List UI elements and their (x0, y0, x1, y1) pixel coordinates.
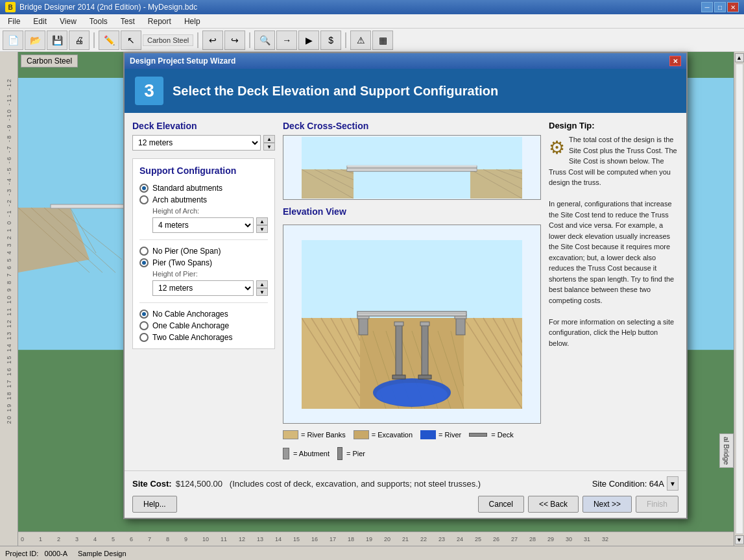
cross-section-area: Deck Cross-Section (283, 121, 541, 200)
save-button[interactable]: 💾 (47, 30, 67, 50)
menu-edit[interactable]: Edit (28, 16, 52, 27)
wizard-step-header: 3 Select the Deck Elevation and Support … (125, 69, 686, 113)
standard-abutment-radio[interactable]: Standard abutments (139, 184, 268, 193)
pier-height-down[interactable]: ▼ (256, 288, 268, 296)
print-button[interactable]: 🖨 (69, 30, 90, 50)
scrollbar-right[interactable]: ▲ ▼ (734, 52, 744, 546)
svg-rect-50 (359, 317, 368, 335)
arch-height-spinner[interactable]: ▲ ▼ (256, 217, 268, 233)
two-cable-label: Two Cable Anchorages (152, 333, 232, 342)
status-button[interactable]: ⚠ (350, 30, 371, 50)
step-title: Select the Deck Elevation and Support Co… (173, 84, 498, 99)
wizard-body: Deck Elevation 12 meters ▲ ▼ Support Con… (125, 113, 686, 470)
close-button[interactable]: ✕ (727, 2, 739, 12)
cancel-button[interactable]: Cancel (478, 496, 524, 513)
menu-tools[interactable]: Tools (84, 16, 113, 27)
finish-button[interactable]: Finish (636, 496, 678, 513)
footer-right-buttons: Cancel << Back Next >> Finish (478, 496, 678, 513)
two-cable-radio[interactable]: Two Cable Anchorages (139, 333, 268, 342)
project-id-label: Project ID: (5, 550, 38, 557)
cost-button[interactable]: $ (320, 30, 341, 50)
pier-height-up[interactable]: ▲ (256, 280, 268, 288)
menu-test[interactable]: Test (115, 16, 140, 27)
site-cost-note: (Includes cost of deck, excavation, and … (230, 479, 481, 489)
new-button[interactable]: 📄 (3, 30, 23, 50)
abutment-swatch (283, 448, 289, 459)
arch-height-row: 4 meters ▲ ▼ (152, 217, 268, 233)
one-cable-radio[interactable]: One Cable Anchorage (139, 321, 268, 330)
redo-button[interactable]: ↪ (224, 30, 245, 50)
legend-pier: = Pier (337, 447, 365, 460)
menu-view[interactable]: View (54, 16, 82, 27)
svg-rect-23 (347, 169, 477, 171)
deck-elevation-spinner[interactable]: ▲ ▼ (263, 135, 275, 151)
separator-3 (249, 32, 250, 48)
undo-button[interactable]: ↩ (202, 30, 223, 50)
menu-help[interactable]: Help (179, 16, 206, 27)
back-button[interactable]: << Back (528, 496, 579, 513)
help-button[interactable]: Help... (132, 496, 177, 513)
middle-panel: Deck Cross-Section (283, 121, 541, 463)
separator-4 (345, 32, 346, 48)
divider-2 (139, 302, 268, 303)
draw-button[interactable]: ✏️ (99, 30, 119, 50)
arch-abutment-dot (139, 195, 149, 204)
pier-label: Pier (Two Spans) (152, 258, 212, 267)
river-label: = River (438, 431, 461, 439)
app-icon: B (5, 2, 16, 12)
arch-height-down[interactable]: ▼ (256, 225, 268, 233)
wizard-footer: Site Cost: $124,500.00 (Includes cost of… (125, 470, 686, 518)
deck-elevation-title: Deck Elevation (132, 121, 275, 131)
abutment-radio-group: Standard abutments Arch abutments Height… (139, 184, 268, 233)
grid-button[interactable]: ▦ (372, 30, 393, 50)
svg-rect-56 (396, 324, 402, 376)
design-tip-para-3: For more information on selecting a site… (549, 318, 674, 347)
no-pier-label: No Pier (One Span) (152, 247, 221, 256)
menu-file[interactable]: File (3, 16, 25, 27)
site-condition-row: Site Condition: 64A ▼ (592, 476, 678, 491)
maximize-button[interactable]: □ (714, 2, 726, 12)
svg-rect-61 (418, 375, 431, 379)
deck-elevation-up[interactable]: ▲ (263, 135, 275, 143)
arrow-right-button[interactable]: → (276, 30, 297, 50)
elevation-diagram (283, 225, 541, 424)
arch-height-label: Height of Arch: (152, 207, 268, 215)
menu-report[interactable]: Report (143, 16, 176, 27)
arch-height-select[interactable]: 4 meters (152, 217, 254, 233)
support-config-title: Support Configuration (139, 165, 268, 176)
minimize-button[interactable]: ─ (701, 2, 713, 12)
no-pier-radio[interactable]: No Pier (One Span) (139, 247, 268, 256)
footer-cost-row: Site Cost: $124,500.00 (Includes cost of… (132, 476, 678, 491)
test-button[interactable]: ▶ (298, 30, 319, 50)
site-condition-dropdown[interactable]: ▼ (667, 476, 678, 491)
pier-label: = Pier (346, 450, 365, 457)
divider-1 (139, 239, 268, 240)
zoom-in-button[interactable]: 🔍 (254, 30, 275, 50)
elevation-svg (302, 240, 522, 409)
dialog-close-button[interactable]: ✕ (669, 56, 681, 66)
legend-abutment: = Abutment (283, 447, 330, 460)
next-button[interactable]: Next >> (582, 496, 632, 513)
no-cable-radio[interactable]: No Cable Anchorages (139, 310, 268, 319)
svg-rect-58 (422, 324, 428, 376)
deck-elevation-select[interactable]: 12 meters (132, 135, 261, 151)
design-tip-title: Design Tip: (549, 121, 678, 130)
standard-abutment-dot (139, 184, 149, 193)
arch-height-up[interactable]: ▲ (256, 217, 268, 225)
ruler-left: 20 19 18 17 16 15 14 13 12 11 10 9 8 7 6… (0, 52, 18, 546)
select-button[interactable]: ↖ (121, 30, 141, 50)
arch-abutment-radio[interactable]: Arch abutments (139, 195, 268, 204)
pier-swatch (337, 447, 342, 460)
pier-height-label: Height of Pier: (152, 270, 268, 278)
open-button[interactable]: 📂 (25, 30, 45, 50)
deck-elevation-row: 12 meters ▲ ▼ (132, 135, 275, 151)
pier-radio-group: No Pier (One Span) Pier (Two Spans) Heig… (139, 247, 268, 296)
pier-radio[interactable]: Pier (Two Spans) (139, 258, 268, 267)
pier-height-select[interactable]: 12 meters (152, 280, 254, 296)
svg-rect-52 (456, 317, 465, 335)
deck-elevation-down[interactable]: ▼ (263, 143, 275, 151)
masonic-icon: ⚙ (549, 134, 565, 162)
window-title: Bridge Designer 2014 (2nd Edition) - MyD… (19, 3, 197, 12)
cross-section-title: Deck Cross-Section (283, 121, 541, 131)
pier-height-spinner[interactable]: ▲ ▼ (256, 280, 268, 296)
